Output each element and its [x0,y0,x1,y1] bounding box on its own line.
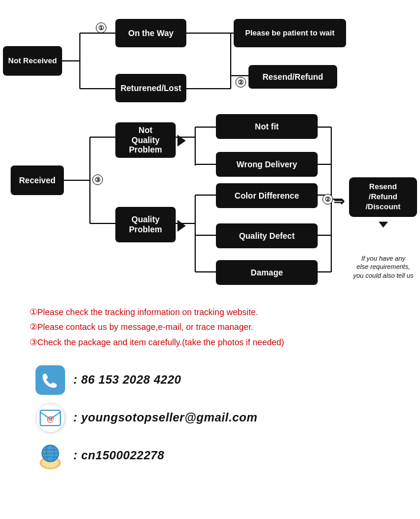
email-icon: @ [35,403,65,433]
received-box: Received [11,166,64,195]
phone-text: : 86 153 2028 4220 [73,373,182,387]
please-wait-box: Please be patient to wait [234,19,346,47]
quality-defect-box: Quality Defect [216,223,318,248]
resend-refund-top-box: Resend/Refund [248,65,337,89]
not-fit-box: Not fit [216,114,318,139]
info-line-2: ②Please contack us by message,e-mail, or… [30,321,390,333]
svg-text:@: @ [47,414,54,423]
quality-arrow [177,220,186,232]
qq-text: : cn1500022278 [73,449,164,462]
email-text: : youngsotopseller@gmail.com [73,411,257,424]
info-line-3: ③Check the package and item carefully.(t… [30,336,390,348]
quality-problem-box: Quality Problem [115,207,176,242]
bubble-note: If you have any else requirements, you c… [348,254,419,280]
phone-contact-row: : 86 153 2028 4220 [35,365,385,395]
qq-contact-row: : cn1500022278 [35,441,385,471]
returned-lost-box: Returened/Lost [115,74,186,102]
info-line-1: ①Please check the tracking information o… [30,306,390,318]
color-diff-box: Color Difference [216,183,318,208]
flowchart: Not Received ① On the Way Returened/Lost… [0,6,420,296]
contact-section: : 86 153 2028 4220 @ : youngsotopseller@… [0,359,420,491]
circle-2-bot-label: ② [322,194,333,205]
resend-refund-discount-box: Resend /Refund /Discount [349,177,417,217]
wrong-delivery-box: Wrong Delivery [216,152,318,177]
circle-2-top-label: ② [235,77,246,87]
not-quality-arrow [177,135,186,147]
circle-3-label: ③ [92,174,103,185]
not-received-box: Not Received [3,46,62,76]
big-arrow: ⇒ [334,194,344,209]
on-the-way-box: On the Way [115,19,186,47]
email-contact-row: @ : youngsotopseller@gmail.com [35,403,385,433]
flowchart-lines [0,6,420,296]
phone-icon [35,365,65,395]
info-section: ①Please check the tracking information o… [0,296,420,359]
qq-icon [35,441,65,471]
circle-1-label: ① [96,22,106,33]
not-quality-box: Not Quality Problem [115,122,176,158]
damage-box: Damage [216,260,318,285]
